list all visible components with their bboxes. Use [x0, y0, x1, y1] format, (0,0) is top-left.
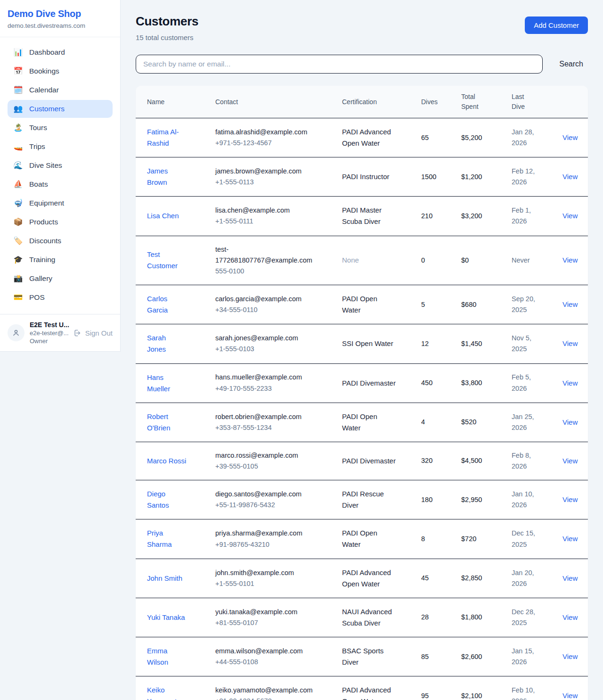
- sidebar-item-calendar[interactable]: 🗓️ Calendar: [8, 81, 113, 99]
- sidebar-item-gallery[interactable]: 📸 Gallery: [8, 270, 113, 288]
- user-name: E2E Test U...: [30, 321, 67, 329]
- customer-name-link[interactable]: Keiko Yamamoto: [147, 684, 187, 700]
- user-box: E2E Test U... e2e-tester@... Owner Sign …: [0, 314, 120, 351]
- sign-out-button[interactable]: Sign Out: [73, 329, 113, 338]
- customer-last-dive: Jan 25, 2026: [512, 412, 547, 433]
- people-icon: 👥: [13, 105, 23, 113]
- sidebar-item-pos[interactable]: 💳 POS: [8, 288, 113, 306]
- user-role: Owner: [30, 338, 67, 345]
- page-subtitle: 15 total customers: [136, 33, 198, 41]
- customer-name-link[interactable]: Fatima Al-Rashid: [147, 126, 187, 149]
- view-link[interactable]: View: [562, 173, 578, 181]
- view-link[interactable]: View: [562, 692, 578, 700]
- sidebar-item-dashboard[interactable]: 📊 Dashboard: [8, 43, 113, 61]
- table-row: Test Customer test-1772681807767@example…: [136, 236, 588, 285]
- customer-certification: PADI Open Water: [342, 411, 396, 434]
- col-header-last-dive: Last Dive: [500, 86, 551, 118]
- customer-email: yuki.tanaka@example.com: [215, 607, 297, 618]
- table-row: James Brown james.brown@example.com +1-5…: [136, 157, 588, 197]
- view-link[interactable]: View: [562, 256, 578, 264]
- sidebar-item-equipment[interactable]: 🤿 Equipment: [8, 194, 113, 212]
- view-link[interactable]: View: [562, 574, 578, 582]
- search-input[interactable]: [136, 55, 543, 74]
- customer-total-spent: $1,200: [461, 173, 482, 181]
- sidebar-item-training[interactable]: 🎓 Training: [8, 251, 113, 269]
- sidebar-item-boats[interactable]: ⛵ Boats: [8, 175, 113, 193]
- customer-email: diego.santos@example.com: [215, 489, 302, 500]
- speedboat-icon: 🚤: [13, 143, 23, 150]
- customer-last-dive: Sep 20, 2025: [512, 294, 547, 315]
- view-link[interactable]: View: [562, 379, 578, 387]
- view-link[interactable]: View: [562, 418, 578, 426]
- customer-name-link[interactable]: Diego Santos: [147, 488, 187, 511]
- customer-dives: 95: [421, 692, 429, 700]
- shop-domain: demo.test.divestreams.com: [8, 22, 113, 29]
- customer-email: lisa.chen@example.com: [215, 205, 290, 216]
- customer-name-link[interactable]: Emma Wilson: [147, 645, 187, 668]
- page-title: Customers: [136, 14, 198, 29]
- customer-phone: 555-0100: [215, 266, 327, 277]
- customer-certification: PADI Advanced Open Water: [342, 684, 396, 700]
- customer-dives: 1500: [421, 173, 436, 181]
- table-row: Emma Wilson emma.wilson@example.com +44-…: [136, 637, 588, 676]
- customer-total-spent: $2,950: [461, 496, 482, 503]
- sidebar-item-bookings[interactable]: 📅 Bookings: [8, 62, 113, 80]
- view-link[interactable]: View: [562, 300, 578, 308]
- sidebar-item-trips[interactable]: 🚤 Trips: [8, 138, 113, 156]
- page: Demo Dive Shop demo.test.divestreams.com…: [0, 0, 603, 700]
- view-link[interactable]: View: [562, 535, 578, 543]
- customer-name-link[interactable]: Priya Sharma: [147, 527, 187, 550]
- view-link[interactable]: View: [562, 652, 578, 660]
- customer-total-spent: $1,800: [461, 613, 482, 621]
- view-link[interactable]: View: [562, 212, 578, 220]
- credit-card-icon: 💳: [13, 294, 23, 301]
- customer-name-link[interactable]: John Smith: [147, 573, 182, 584]
- view-link[interactable]: View: [562, 457, 578, 465]
- sidebar-item-tours[interactable]: 🏝️ Tours: [8, 119, 113, 137]
- user-email: e2e-tester@...: [30, 329, 67, 337]
- customer-name-link[interactable]: Sarah Jones: [147, 332, 187, 355]
- customer-last-dive: Nov 5, 2025: [512, 333, 547, 354]
- sidebar-item-customers[interactable]: 👥 Customers: [8, 100, 113, 118]
- customer-email: emma.wilson@example.com: [215, 646, 303, 657]
- view-link[interactable]: View: [562, 495, 578, 503]
- col-header-total-spent: Total Spent: [450, 86, 500, 118]
- customer-phone: +49-170-555-2233: [215, 383, 327, 394]
- view-link[interactable]: View: [562, 339, 578, 347]
- customer-name-link[interactable]: Hans Mueller: [147, 372, 187, 395]
- customer-certification: PADI Rescue Diver: [342, 488, 396, 511]
- sidebar-item-dive-sites[interactable]: 🌊 Dive Sites: [8, 156, 113, 174]
- customer-name-link[interactable]: Yuki Tanaka: [147, 612, 185, 623]
- customer-email: robert.obrien@example.com: [215, 412, 302, 422]
- customer-name-link[interactable]: Carlos Garcia: [147, 293, 187, 316]
- title-block: Customers 15 total customers: [136, 12, 198, 41]
- customer-email: sarah.jones@example.com: [215, 333, 298, 344]
- customer-last-dive: Never: [512, 255, 530, 266]
- customer-certification: None: [342, 255, 359, 266]
- customer-name-link[interactable]: James Brown: [147, 165, 187, 188]
- table-row: Carlos Garcia carlos.garcia@example.com …: [136, 285, 588, 324]
- sidebar-item-discounts[interactable]: 🏷️ Discounts: [8, 232, 113, 250]
- customer-phone: +55-11-99876-5432: [215, 500, 327, 511]
- search-button[interactable]: Search: [554, 60, 588, 68]
- customer-email: test-1772681807767@example.com: [215, 244, 312, 266]
- customer-name-link[interactable]: Marco Rossi: [147, 455, 186, 467]
- customer-last-dive: Feb 8, 2026: [512, 450, 547, 472]
- customer-name-link[interactable]: Lisa Chen: [147, 210, 179, 222]
- customer-last-dive: Feb 12, 2026: [512, 166, 547, 188]
- customer-phone: +81-90-1234-5678: [215, 696, 327, 700]
- table-row: Hans Mueller hans.mueller@example.com +4…: [136, 363, 588, 403]
- island-icon: 🏝️: [13, 124, 23, 132]
- customer-certification: PADI Advanced Open Water: [342, 567, 396, 590]
- customer-name-link[interactable]: Test Customer: [147, 249, 187, 272]
- customer-phone: +44-555-0108: [215, 657, 327, 667]
- add-customer-button[interactable]: Add Customer: [525, 16, 588, 34]
- view-link[interactable]: View: [562, 613, 578, 621]
- customer-last-dive: Dec 28, 2025: [512, 607, 547, 628]
- customer-total-spent: $0: [461, 256, 469, 264]
- customer-certification: PADI Open Water: [342, 527, 396, 550]
- view-link[interactable]: View: [562, 133, 578, 141]
- sidebar-item-products[interactable]: 📦 Products: [8, 213, 113, 231]
- customer-name-link[interactable]: Robert O'Brien: [147, 411, 187, 434]
- customer-total-spent: $2,850: [461, 574, 482, 582]
